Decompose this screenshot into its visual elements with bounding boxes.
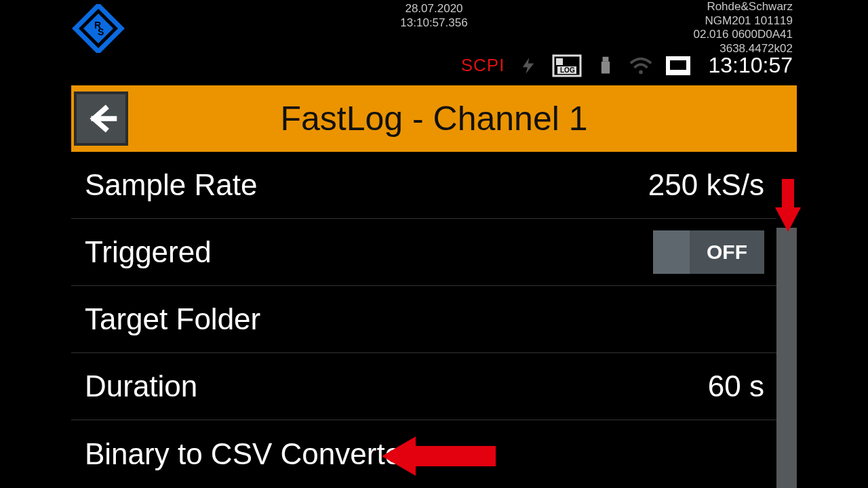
lightning-icon (517, 54, 540, 77)
label-target-folder: Target Folder (85, 302, 260, 336)
row-duration[interactable]: Duration 60 s (71, 353, 778, 420)
svg-rect-5 (556, 58, 563, 65)
header-clock: 13:10:57 (708, 53, 793, 78)
device-vendor: Rohde&Schwarz (693, 0, 793, 14)
svg-point-10 (639, 70, 644, 74)
scpi-indicator: SCPI (461, 55, 505, 76)
page-title: FastLog - Channel 1 (128, 99, 797, 138)
label-duration: Duration (85, 369, 197, 403)
header-date: 28.07.2020 (71, 1, 797, 16)
arrow-left-icon (83, 101, 119, 136)
svg-rect-8 (603, 56, 609, 61)
value-sample-rate: 250 kS/s (648, 168, 764, 202)
svg-rect-15 (677, 71, 679, 75)
value-duration: 60 s (708, 369, 764, 403)
row-sample-rate[interactable]: Sample Rate 250 kS/s (71, 152, 778, 219)
device-info: Rohde&Schwarz NGM201 101119 02.016 0600D… (693, 0, 793, 56)
toggle-triggered[interactable]: OFF (653, 230, 764, 274)
label-binary-to-csv: Binary to CSV Converter (85, 437, 412, 471)
header-time-full: 13:10:57.356 (71, 16, 797, 30)
device-fw: 02.016 0600D0A41 (693, 28, 793, 42)
row-triggered[interactable]: Triggered OFF (71, 219, 778, 286)
svg-rect-14 (673, 71, 675, 75)
svg-rect-17 (685, 71, 688, 75)
device-model: NGM201 101119 (693, 14, 793, 28)
status-bar: SCPI LOG (461, 53, 793, 78)
svg-rect-16 (681, 71, 684, 75)
label-sample-rate: Sample Rate (85, 168, 257, 202)
back-button[interactable] (74, 92, 128, 146)
annotation-arrow-down-icon (775, 179, 801, 232)
annotation-arrow-left-icon (382, 436, 496, 476)
usb-icon (594, 54, 617, 77)
row-target-folder[interactable]: Target Folder (71, 286, 778, 353)
svg-rect-12 (670, 60, 686, 70)
svg-rect-9 (601, 61, 610, 73)
svg-text:LOG: LOG (560, 66, 575, 74)
svg-rect-13 (669, 71, 671, 75)
header-datetime: 28.07.2020 13:10:57.356 (71, 1, 797, 30)
label-triggered: Triggered (85, 235, 212, 269)
toggle-state: OFF (690, 241, 764, 264)
log-icon: LOG (552, 54, 582, 77)
ethernet-icon (665, 54, 692, 77)
device-screen: R S 28.07.2020 13:10:57.356 Rohde&Schwar… (71, 0, 797, 488)
toggle-knob (653, 230, 690, 274)
wifi-icon (629, 54, 652, 77)
page-title-bar: FastLog - Channel 1 (71, 85, 797, 152)
